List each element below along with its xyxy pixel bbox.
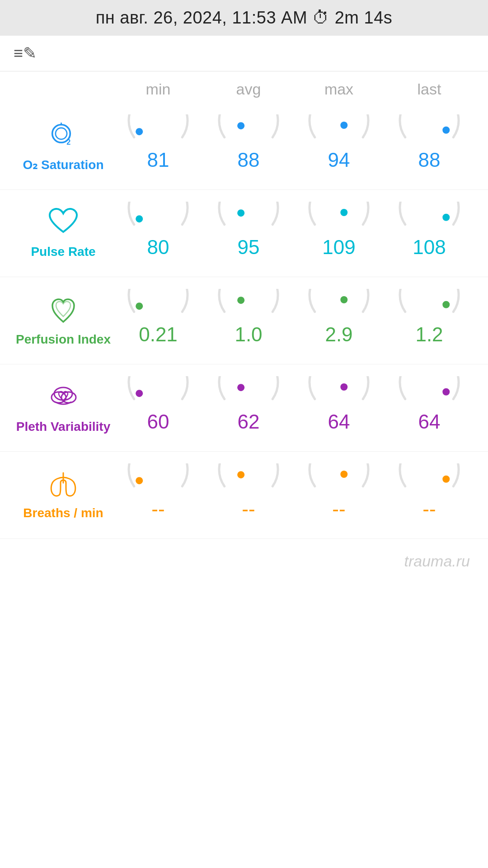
- o2-last-value: 88: [418, 149, 441, 171]
- timer-icon: ⏱: [312, 8, 335, 27]
- pleth-min-value: 60: [147, 410, 169, 433]
- watermark: trauma.ru: [0, 539, 488, 584]
- perfusion-last-gauge: 1.2: [393, 289, 465, 352]
- col-avg: avg: [203, 80, 294, 98]
- perfusion-avg-cell: 1.0: [203, 285, 294, 356]
- pleth-last-gauge: 64: [393, 376, 465, 439]
- svg-point-22: [442, 388, 450, 396]
- metric-label-o2: 2 O₂ Saturation: [14, 119, 113, 173]
- svg-point-25: [340, 471, 347, 478]
- svg-text:2: 2: [66, 138, 70, 146]
- perfusion-min-value: 0.21: [139, 323, 178, 346]
- pulse-max-gauge: 109: [303, 202, 375, 265]
- breaths-last-gauge: --: [393, 463, 465, 527]
- pleth-min-gauge: 60: [122, 376, 194, 439]
- svg-point-10: [340, 209, 347, 216]
- metric-row-pleth: Pleth Variability 60 62: [0, 364, 488, 452]
- pulse-avg-gauge: 95: [212, 202, 285, 265]
- pulse-min-cell: 80: [113, 198, 203, 269]
- o2-min-value: 81: [147, 149, 169, 171]
- perfusion-last-cell: 1.2: [384, 285, 474, 356]
- pleth-avg-gauge: 62: [212, 376, 285, 439]
- breaths-last-value: --: [422, 498, 436, 520]
- svg-point-24: [237, 471, 244, 478]
- o2-avg-gauge: 88: [212, 114, 285, 178]
- svg-point-11: [442, 214, 450, 221]
- pleth-last-value: 64: [418, 410, 441, 433]
- pulse-avg-cell: 95: [203, 198, 294, 269]
- pleth-icon: [46, 381, 80, 415]
- breaths-last-cell: --: [384, 460, 474, 530]
- svg-point-15: [442, 301, 450, 308]
- pleth-max-value: 64: [328, 410, 350, 433]
- pulse-last-gauge: 108: [393, 202, 465, 265]
- perfusion-max-gauge: 2.9: [303, 289, 375, 352]
- metrics-container: 2 O₂ Saturation 81 88: [0, 103, 488, 539]
- o2-max-cell: 94: [294, 111, 384, 181]
- pulse-last-cell: 108: [384, 198, 474, 269]
- svg-point-5: [237, 122, 244, 129]
- pulse-min-value: 80: [147, 236, 169, 259]
- breaths-label-text: Breaths / min: [23, 505, 103, 521]
- status-datetime: пн авг. 26, 2024, 11:53 AM: [96, 8, 307, 27]
- svg-point-1: [56, 128, 67, 139]
- edit-list-icon[interactable]: ≡✎: [14, 44, 37, 63]
- metric-row-o2: 2 O₂ Saturation 81 88: [0, 103, 488, 190]
- perfusion-avg-gauge: 1.0: [212, 289, 285, 352]
- breaths-min-value: --: [151, 498, 164, 520]
- svg-point-19: [136, 390, 143, 397]
- o2-max-value: 94: [328, 149, 350, 171]
- status-bar: пн авг. 26, 2024, 11:53 AM ⏱ 2m 14s: [0, 0, 488, 36]
- o2-label-text: O₂ Saturation: [23, 157, 103, 173]
- pulse-icon: [47, 207, 79, 241]
- o2-min-cell: 81: [113, 111, 203, 181]
- breaths-min-cell: --: [113, 460, 203, 530]
- pleth-max-gauge: 64: [303, 376, 375, 439]
- svg-point-23: [136, 477, 143, 484]
- pleth-label-text: Pleth Variability: [16, 419, 111, 434]
- perfusion-avg-value: 1.0: [235, 323, 262, 346]
- breaths-avg-gauge: --: [212, 463, 285, 527]
- pulse-max-cell: 109: [294, 198, 384, 269]
- o2-max-gauge: 94: [303, 114, 375, 178]
- pleth-avg-cell: 62: [203, 373, 294, 443]
- svg-point-12: [136, 302, 143, 310]
- toolbar: ≡✎: [0, 36, 488, 71]
- status-duration: 2m 14s: [335, 8, 393, 27]
- perfusion-label-text: Perfusion Index: [16, 332, 111, 347]
- o2-min-gauge: 81: [122, 114, 194, 178]
- svg-point-21: [340, 383, 347, 391]
- metric-label-pulse: Pulse Rate: [14, 207, 113, 259]
- breaths-max-cell: --: [294, 460, 384, 530]
- pulse-min-gauge: 80: [122, 202, 194, 265]
- svg-point-7: [442, 127, 450, 134]
- breaths-avg-value: --: [242, 498, 255, 520]
- o2-last-cell: 88: [384, 111, 474, 181]
- o2-last-gauge: 88: [393, 114, 465, 178]
- svg-point-17: [61, 392, 76, 403]
- svg-point-20: [237, 384, 244, 391]
- svg-point-14: [340, 296, 347, 303]
- breaths-max-value: --: [332, 498, 345, 520]
- col-max: max: [294, 80, 384, 98]
- perfusion-max-value: 2.9: [325, 323, 352, 346]
- metric-row-perfusion: Perfusion Index 0.21 1.0: [0, 277, 488, 364]
- pleth-last-cell: 64: [384, 373, 474, 443]
- perfusion-last-value: 1.2: [415, 323, 443, 346]
- svg-point-8: [136, 215, 143, 222]
- perfusion-min-cell: 0.21: [113, 285, 203, 356]
- pulse-avg-value: 95: [238, 236, 260, 259]
- pulse-last-value: 108: [413, 236, 446, 259]
- pleth-max-cell: 64: [294, 373, 384, 443]
- metric-row-pulse: Pulse Rate 80 95: [0, 190, 488, 277]
- perfusion-max-cell: 2.9: [294, 285, 384, 356]
- pleth-min-cell: 60: [113, 373, 203, 443]
- svg-point-13: [237, 297, 244, 304]
- perfusion-min-gauge: 0.21: [122, 289, 194, 352]
- perfusion-icon: [46, 294, 80, 328]
- o2-avg-cell: 88: [203, 111, 294, 181]
- o2-icon: 2: [47, 119, 80, 154]
- breaths-avg-cell: --: [203, 460, 294, 530]
- pulse-label-text: Pulse Rate: [31, 244, 95, 259]
- svg-point-4: [136, 128, 143, 135]
